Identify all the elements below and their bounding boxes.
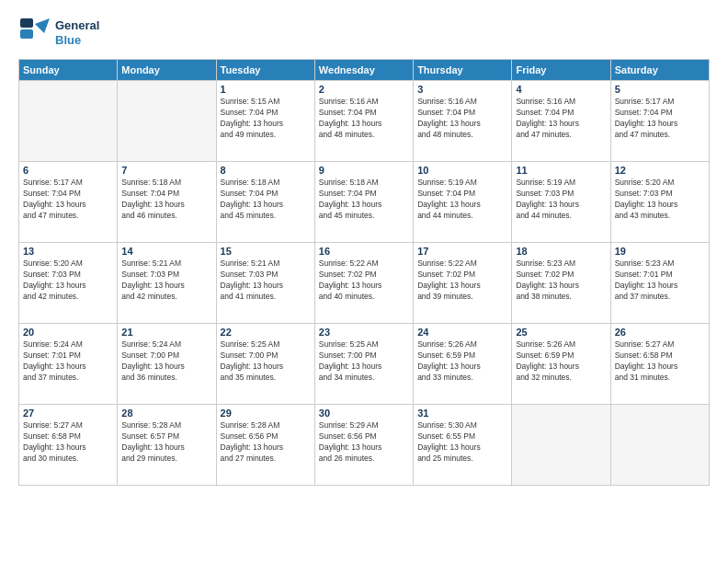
day-info: Sunrise: 5:23 AMSunset: 7:01 PMDaylight:… <box>615 259 705 303</box>
week-row-5: 27Sunrise: 5:27 AMSunset: 6:58 PMDayligh… <box>19 405 710 486</box>
calendar-cell: 25Sunrise: 5:26 AMSunset: 6:59 PMDayligh… <box>512 324 610 405</box>
day-number: 31 <box>417 408 507 419</box>
day-info: Sunrise: 5:25 AMSunset: 7:00 PMDaylight:… <box>221 339 311 384</box>
calendar-cell: 26Sunrise: 5:27 AMSunset: 6:58 PMDayligh… <box>610 324 709 405</box>
day-info: Sunrise: 5:30 AMSunset: 6:55 PMDaylight:… <box>417 420 507 465</box>
day-number: 28 <box>121 408 211 419</box>
weekday-header-monday: Monday <box>118 60 216 81</box>
calendar-cell: 21Sunrise: 5:24 AMSunset: 7:00 PMDayligh… <box>118 324 216 405</box>
week-row-1: 1Sunrise: 5:15 AMSunset: 7:04 PMDaylight… <box>19 81 710 162</box>
week-row-3: 13Sunrise: 5:20 AMSunset: 7:03 PMDayligh… <box>19 243 710 324</box>
calendar-cell: 5Sunrise: 5:17 AMSunset: 7:04 PMDaylight… <box>610 81 709 162</box>
logo: General Blue <box>18 17 99 50</box>
day-number: 9 <box>319 165 409 176</box>
day-number: 16 <box>319 246 409 257</box>
day-info: Sunrise: 5:16 AMSunset: 7:04 PMDaylight:… <box>417 97 507 141</box>
calendar-cell: 3Sunrise: 5:16 AMSunset: 7:04 PMDaylight… <box>414 81 512 162</box>
day-info: Sunrise: 5:21 AMSunset: 7:03 PMDaylight:… <box>121 259 211 303</box>
day-info: Sunrise: 5:19 AMSunset: 7:04 PMDaylight:… <box>417 178 507 222</box>
calendar-cell: 4Sunrise: 5:16 AMSunset: 7:04 PMDaylight… <box>512 81 610 162</box>
day-number: 12 <box>615 165 705 176</box>
weekday-header-friday: Friday <box>512 60 610 81</box>
day-info: Sunrise: 5:18 AMSunset: 7:04 PMDaylight:… <box>319 178 409 222</box>
day-info: Sunrise: 5:27 AMSunset: 6:58 PMDaylight:… <box>615 339 705 384</box>
day-info: Sunrise: 5:24 AMSunset: 7:01 PMDaylight:… <box>23 339 113 384</box>
day-number: 4 <box>516 84 606 95</box>
calendar-cell: 9Sunrise: 5:18 AMSunset: 7:04 PMDaylight… <box>314 162 413 243</box>
svg-rect-1 <box>20 29 33 39</box>
day-number: 6 <box>23 165 113 176</box>
day-info: Sunrise: 5:19 AMSunset: 7:03 PMDaylight:… <box>516 178 606 222</box>
day-number: 2 <box>319 84 409 95</box>
calendar-cell: 30Sunrise: 5:29 AMSunset: 6:56 PMDayligh… <box>314 405 413 486</box>
calendar-cell: 29Sunrise: 5:28 AMSunset: 6:56 PMDayligh… <box>216 405 314 486</box>
calendar-cell: 1Sunrise: 5:15 AMSunset: 7:04 PMDaylight… <box>216 81 314 162</box>
day-info: Sunrise: 5:18 AMSunset: 7:04 PMDaylight:… <box>221 178 311 222</box>
day-number: 18 <box>516 246 606 257</box>
calendar-cell: 10Sunrise: 5:19 AMSunset: 7:04 PMDayligh… <box>414 162 512 243</box>
day-info: Sunrise: 5:16 AMSunset: 7:04 PMDaylight:… <box>516 97 606 141</box>
day-number: 27 <box>23 408 113 419</box>
day-number: 21 <box>121 327 211 338</box>
day-number: 30 <box>319 408 409 419</box>
calendar-cell: 23Sunrise: 5:25 AMSunset: 7:00 PMDayligh… <box>314 324 413 405</box>
logo-line2: Blue <box>55 33 99 48</box>
day-number: 23 <box>319 327 409 338</box>
day-info: Sunrise: 5:20 AMSunset: 7:03 PMDaylight:… <box>615 178 705 222</box>
calendar-page: General Blue SundayMondayTuesdayWednesda… <box>0 0 728 563</box>
calendar-cell: 11Sunrise: 5:19 AMSunset: 7:03 PMDayligh… <box>512 162 610 243</box>
day-number: 25 <box>516 327 606 338</box>
day-number: 13 <box>23 246 113 257</box>
day-info: Sunrise: 5:17 AMSunset: 7:04 PMDaylight:… <box>615 97 705 141</box>
day-number: 20 <box>23 327 113 338</box>
day-info: Sunrise: 5:25 AMSunset: 7:00 PMDaylight:… <box>319 339 409 384</box>
calendar-cell: 24Sunrise: 5:26 AMSunset: 6:59 PMDayligh… <box>414 324 512 405</box>
week-row-2: 6Sunrise: 5:17 AMSunset: 7:04 PMDaylight… <box>19 162 710 243</box>
calendar-table: SundayMondayTuesdayWednesdayThursdayFrid… <box>18 59 710 486</box>
day-info: Sunrise: 5:26 AMSunset: 6:59 PMDaylight:… <box>516 339 606 384</box>
calendar-cell: 28Sunrise: 5:28 AMSunset: 6:57 PMDayligh… <box>118 405 216 486</box>
calendar-cell <box>512 405 610 486</box>
calendar-cell <box>118 81 216 162</box>
calendar-cell: 15Sunrise: 5:21 AMSunset: 7:03 PMDayligh… <box>216 243 314 324</box>
day-info: Sunrise: 5:28 AMSunset: 6:57 PMDaylight:… <box>121 420 211 465</box>
calendar-cell: 2Sunrise: 5:16 AMSunset: 7:04 PMDaylight… <box>314 81 413 162</box>
weekday-header-row: SundayMondayTuesdayWednesdayThursdayFrid… <box>19 60 710 81</box>
day-info: Sunrise: 5:24 AMSunset: 7:00 PMDaylight:… <box>121 339 211 384</box>
day-number: 7 <box>121 165 211 176</box>
calendar-cell: 20Sunrise: 5:24 AMSunset: 7:01 PMDayligh… <box>19 324 118 405</box>
weekday-header-wednesday: Wednesday <box>314 60 413 81</box>
calendar-cell <box>19 81 118 162</box>
day-info: Sunrise: 5:23 AMSunset: 7:02 PMDaylight:… <box>516 259 606 303</box>
calendar-cell <box>610 405 709 486</box>
calendar-cell: 7Sunrise: 5:18 AMSunset: 7:04 PMDaylight… <box>118 162 216 243</box>
day-number: 5 <box>615 84 705 95</box>
calendar-cell: 6Sunrise: 5:17 AMSunset: 7:04 PMDaylight… <box>19 162 118 243</box>
day-number: 8 <box>221 165 311 176</box>
header: General Blue <box>18 17 710 50</box>
day-info: Sunrise: 5:20 AMSunset: 7:03 PMDaylight:… <box>23 259 113 303</box>
day-info: Sunrise: 5:22 AMSunset: 7:02 PMDaylight:… <box>417 259 507 303</box>
calendar-cell: 16Sunrise: 5:22 AMSunset: 7:02 PMDayligh… <box>314 243 413 324</box>
weekday-header-tuesday: Tuesday <box>216 60 314 81</box>
week-row-4: 20Sunrise: 5:24 AMSunset: 7:01 PMDayligh… <box>19 324 710 405</box>
day-number: 22 <box>221 327 311 338</box>
svg-marker-2 <box>35 18 50 33</box>
day-number: 17 <box>417 246 507 257</box>
logo-icon <box>18 17 51 50</box>
weekday-header-sunday: Sunday <box>19 60 118 81</box>
day-info: Sunrise: 5:27 AMSunset: 6:58 PMDaylight:… <box>23 420 113 465</box>
day-info: Sunrise: 5:21 AMSunset: 7:03 PMDaylight:… <box>221 259 311 303</box>
calendar-cell: 31Sunrise: 5:30 AMSunset: 6:55 PMDayligh… <box>414 405 512 486</box>
day-info: Sunrise: 5:28 AMSunset: 6:56 PMDaylight:… <box>221 420 311 465</box>
calendar-cell: 27Sunrise: 5:27 AMSunset: 6:58 PMDayligh… <box>19 405 118 486</box>
calendar-cell: 19Sunrise: 5:23 AMSunset: 7:01 PMDayligh… <box>610 243 709 324</box>
calendar-cell: 13Sunrise: 5:20 AMSunset: 7:03 PMDayligh… <box>19 243 118 324</box>
day-info: Sunrise: 5:17 AMSunset: 7:04 PMDaylight:… <box>23 178 113 222</box>
calendar-cell: 14Sunrise: 5:21 AMSunset: 7:03 PMDayligh… <box>118 243 216 324</box>
calendar-cell: 22Sunrise: 5:25 AMSunset: 7:00 PMDayligh… <box>216 324 314 405</box>
day-number: 10 <box>417 165 507 176</box>
logo-text: General Blue <box>55 18 99 47</box>
weekday-header-thursday: Thursday <box>414 60 512 81</box>
day-number: 11 <box>516 165 606 176</box>
